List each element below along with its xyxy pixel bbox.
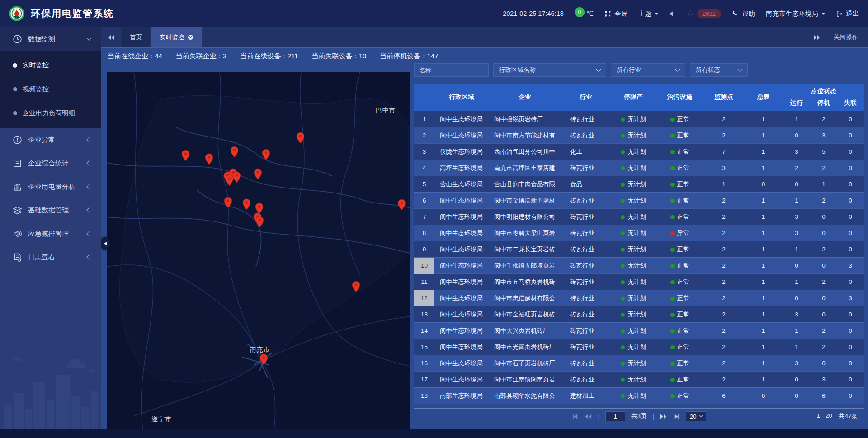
map-pin[interactable]	[352, 281, 360, 292]
chevron-down-icon	[675, 66, 680, 71]
map-pin[interactable]	[262, 149, 270, 160]
first-page-button[interactable]	[572, 413, 579, 420]
cell-meters: 1	[744, 127, 783, 144]
prev-page-button[interactable]	[585, 413, 592, 420]
close-operations-button[interactable]: 关闭操作	[834, 33, 858, 42]
next-page-button[interactable]	[660, 413, 667, 420]
cell-run: 2	[783, 160, 811, 176]
col-stopped: 停机	[811, 99, 837, 107]
map-city-label: 巴中市	[376, 107, 396, 115]
map-pin[interactable]	[296, 132, 305, 144]
status-dot	[621, 150, 625, 154]
sidebar-item-6[interactable]: 日志查看	[0, 245, 101, 269]
tab-close-icon[interactable]	[188, 34, 193, 40]
map-panel[interactable]: 巴中市南充市遂宁市	[107, 72, 410, 429]
row-index: 5	[414, 176, 434, 193]
mute-button[interactable]	[669, 10, 676, 17]
sidebar-collapse-button[interactable]	[101, 237, 110, 250]
last-page-button[interactable]	[673, 413, 680, 420]
table-row[interactable]: 18南部生态环境局南部县砌华水泥有限公建材加工无计划正常60060	[414, 387, 864, 404]
col-facility: 治污设施	[656, 93, 703, 101]
table-row[interactable]: 12阆中生态环境局阆中市忠信建材有限公砖瓦行业无计划正常21003	[414, 290, 864, 306]
map-pin[interactable]	[254, 168, 262, 180]
status-filter-select[interactable]: 所有状态	[690, 63, 748, 77]
sidebar-item-4[interactable]: 基础数据管理	[0, 198, 101, 222]
name-filter-input[interactable]	[414, 63, 489, 77]
cell-stop: 2	[811, 323, 837, 339]
page-title: 环保用电监管系统	[31, 7, 114, 20]
sidebar-item-3[interactable]: 企业用电量分析	[0, 175, 101, 198]
cell-stop: 1	[811, 176, 837, 193]
log-icon	[13, 253, 22, 262]
table-row[interactable]: 6阆中生态环境局阆中市金博瑞新型墙材砖瓦行业无计划正常21120	[414, 192, 864, 208]
tab-0[interactable]: 首页	[122, 27, 150, 47]
map-pin[interactable]	[224, 197, 232, 208]
tab-1[interactable]: 实时监控	[151, 27, 202, 47]
map-pin[interactable]	[181, 150, 190, 161]
table-row[interactable]: 11阆中生态环境局阆中市五马桥页岩机砖砖瓦行业无计划正常21120	[414, 273, 864, 290]
logout-button[interactable]: 退出	[836, 9, 859, 18]
cell-points: 2	[703, 209, 744, 225]
table-row[interactable]: 16阆中生态环境局阆中市石子页岩机砖厂砖瓦行业无计划正常21300	[414, 355, 864, 371]
sidebar-item-1[interactable]: 企业异常	[0, 128, 101, 151]
fullscreen-button[interactable]: 全屏	[604, 9, 627, 18]
layers-icon	[13, 206, 22, 215]
map-pin[interactable]	[259, 353, 268, 365]
temperature-unit: ℃	[586, 10, 594, 17]
table-row[interactable]: 13阆中生态环境局阆中市金福旺页岩机砖砖瓦行业无计划正常21300	[414, 306, 864, 322]
map-pin[interactable]	[242, 198, 251, 210]
region-filter-select[interactable]: 行政区域名称	[493, 63, 606, 77]
table-row[interactable]: 15阆中生态环境局阆中市光富页岩机砖厂砖瓦行业无计划正常21120	[414, 339, 864, 355]
cell-points: 1	[703, 176, 744, 193]
status-dot	[621, 313, 625, 317]
table-row[interactable]: 14阆中生态环境局阆中大兴页岩机砖厂砖瓦行业无计划正常21120	[414, 322, 864, 339]
tabs-scroll-left-button[interactable]	[108, 35, 115, 40]
table-row[interactable]: 1阆中生态环境局阆中强锐页岩砖厂砖瓦行业无计划正常21120	[414, 111, 864, 127]
theme-dropdown[interactable]: 主题	[638, 9, 658, 18]
table-row[interactable]: 2阆中生态环境局阆中市南方节能建材有砖瓦行业无计划正常21030	[414, 127, 864, 143]
notification-bell[interactable]: 2632	[687, 9, 721, 18]
table-row[interactable]: 4高坪生态环境局南充市高坪区王家店建砖瓦行业无计划正常31220	[414, 160, 864, 176]
industry-filter-select[interactable]: 所有行业	[611, 63, 685, 77]
table-row[interactable]: 5营山生态环境局营山县润丰肉食品有限食品无计划正常10010	[414, 176, 864, 192]
tabs-scroll-right-button[interactable]	[813, 35, 820, 40]
sidebar-item-2[interactable]: 企业综合统计	[0, 151, 101, 175]
sidebar-subitem-2[interactable]: 企业电力负荷明细	[0, 101, 101, 125]
total-pages-label: 共3页	[631, 412, 647, 420]
cell-industry: 砖瓦行业	[561, 258, 611, 274]
status-dot	[670, 329, 675, 333]
map-pin[interactable]	[230, 146, 239, 158]
table-row[interactable]: 8阆中生态环境局阆中市枣碧大梁山页岩砖瓦行业无计划异常21300	[414, 225, 864, 241]
page-number-input[interactable]	[605, 411, 625, 421]
sidebar-menu: 数据监测实时监控视频监控企业电力负荷明细企业异常企业综合统计企业用电量分析基础数…	[0, 27, 101, 269]
table-row[interactable]: 10阆中生态环境局阆中千佛镇五郎垭页岩砖瓦行业无计划正常21003	[414, 257, 864, 273]
page-size-select[interactable]: 20	[686, 411, 706, 421]
col-point-status-group: 点位状态 运行 停机 失联	[783, 84, 864, 111]
map-pin[interactable]	[255, 216, 264, 228]
sidebar-item-0[interactable]: 数据监测	[0, 27, 101, 51]
map-pin[interactable]	[397, 199, 406, 211]
cell-industry: 砖瓦行业	[561, 290, 611, 306]
cell-region: 阆中生态环境局	[434, 241, 489, 258]
cell-meters: 1	[744, 258, 783, 274]
cell-company: 南部县砌华水泥有限公	[489, 388, 561, 404]
help-button[interactable]: 帮助	[732, 9, 755, 18]
status-dot	[621, 394, 625, 398]
sidebar-subitem-0[interactable]: 实时监控	[0, 53, 101, 77]
org-dropdown[interactable]: 南充市生态环境局	[766, 9, 825, 18]
status-dot	[670, 264, 675, 268]
cell-points: 2	[703, 274, 744, 290]
map-pin[interactable]	[225, 174, 234, 186]
map-pin[interactable]	[205, 153, 213, 165]
map-city-label: 南充市	[250, 346, 270, 354]
table-row[interactable]: 9阆中生态环境局阆中市二龙长宝页岩砖砖瓦行业无计划正常21120	[414, 241, 864, 257]
row-index: 12	[414, 290, 434, 306]
table-row[interactable]: 17阆中生态环境局阆中市江南镇阆南页岩砖瓦行业无计划正常21030	[414, 371, 864, 387]
sidebar-subitem-1[interactable]: 视频监控	[0, 77, 101, 101]
cell-meters: 1	[744, 339, 783, 355]
cell-company: 南充市高坪区王家店建	[489, 160, 561, 176]
table-row[interactable]: 7阆中生态环境局阆中明阳建材有限公司砖瓦行业无计划正常21300	[414, 208, 864, 225]
table-row[interactable]: 3仪陇生态环境局西南油气田分公司川中化工无计划正常71350	[414, 143, 864, 160]
cell-meters: 1	[744, 225, 783, 241]
sidebar-item-5[interactable]: 应急减排管理	[0, 222, 101, 245]
